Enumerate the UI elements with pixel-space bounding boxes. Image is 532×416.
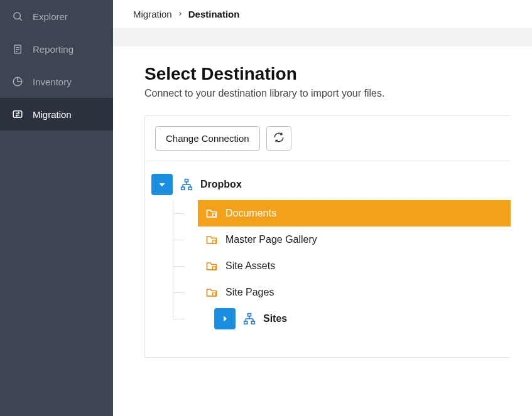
destination-tree: Dropbox Documents <box>144 161 511 358</box>
search-icon <box>11 10 24 23</box>
tree-node-label: Dropbox <box>200 179 242 190</box>
tree-node-label: Documents <box>225 208 276 219</box>
breadcrumb-item[interactable]: Migration <box>133 9 172 19</box>
tree-node[interactable]: Master Page Gallery <box>156 227 511 253</box>
sidebar-item-reporting[interactable]: Reporting <box>0 33 113 65</box>
svg-point-0 <box>14 13 21 19</box>
sidebar-item-explorer[interactable]: Explorer <box>0 0 113 33</box>
tree-node-label: Site Pages <box>225 287 274 298</box>
folder-icon <box>204 285 219 299</box>
page-title: Select Destination <box>144 64 511 84</box>
tree-node[interactable]: Site Assets <box>156 253 511 279</box>
tree-node-label: Site Assets <box>225 260 275 272</box>
sidebar-item-label: Explorer <box>33 11 68 22</box>
tree-indent <box>173 306 198 332</box>
tree-indent <box>173 227 198 253</box>
folder-icon <box>204 259 219 273</box>
svg-rect-8 <box>182 187 185 189</box>
folder-icon <box>204 206 219 220</box>
tree-indent <box>173 279 198 306</box>
tree-node-documents[interactable]: Documents <box>198 200 511 227</box>
page-subtitle: Connect to your destination library to i… <box>144 88 511 99</box>
tree-toggle-collapse[interactable] <box>151 174 173 195</box>
sidebar-item-migration[interactable]: Migration <box>0 98 113 131</box>
main: Migration Destination Select Destination… <box>113 0 532 416</box>
svg-rect-6 <box>13 111 22 118</box>
sidebar-item-label: Reporting <box>33 44 73 55</box>
tree-node-label: Master Page Gallery <box>225 234 317 245</box>
breadcrumb-item-current: Destination <box>188 9 240 19</box>
change-connection-button[interactable]: Change Connection <box>155 126 260 151</box>
svg-rect-7 <box>185 179 188 182</box>
tree-indent <box>173 200 198 227</box>
folder-icon <box>204 233 219 247</box>
sitemap-icon <box>242 312 257 326</box>
chevron-right-icon <box>177 10 183 19</box>
tree-node[interactable]: Documents <box>156 200 511 227</box>
swap-icon <box>11 108 24 120</box>
svg-rect-20 <box>251 321 254 324</box>
svg-line-1 <box>19 18 21 20</box>
tree-node[interactable]: Sites <box>156 306 511 332</box>
clipboard-icon <box>11 43 24 55</box>
refresh-button[interactable] <box>266 126 291 151</box>
sidebar-item-label: Migration <box>33 109 72 120</box>
sidebar-item-inventory[interactable]: Inventory <box>0 65 113 98</box>
pie-chart-icon <box>11 75 24 88</box>
tree-children: Documents Master Page Gallery <box>145 200 511 332</box>
breadcrumb: Migration Destination <box>113 0 532 29</box>
refresh-icon <box>273 132 285 145</box>
tree-node-master-page-gallery[interactable]: Master Page Gallery <box>198 227 511 253</box>
svg-rect-19 <box>244 321 247 324</box>
toolbar: Change Connection <box>144 115 511 161</box>
tree-node-site-assets[interactable]: Site Assets <box>198 253 511 279</box>
content-gap <box>113 29 532 46</box>
tree-node-label: Sites <box>263 313 287 324</box>
svg-rect-9 <box>188 187 192 189</box>
sidebar-item-label: Inventory <box>33 77 72 87</box>
tree-node-site-pages[interactable]: Site Pages <box>198 279 511 306</box>
destination-card: Select Destination Connect to your desti… <box>123 46 532 416</box>
tree-node[interactable]: Site Pages <box>156 279 511 306</box>
tree-indent <box>173 253 198 279</box>
sitemap-icon <box>179 178 194 191</box>
sidebar: Explorer Reporting Inventory Migration <box>0 0 113 416</box>
svg-rect-18 <box>248 314 251 316</box>
tree-node-root[interactable]: Dropbox <box>145 169 511 200</box>
tree-toggle-expand[interactable] <box>214 308 236 329</box>
